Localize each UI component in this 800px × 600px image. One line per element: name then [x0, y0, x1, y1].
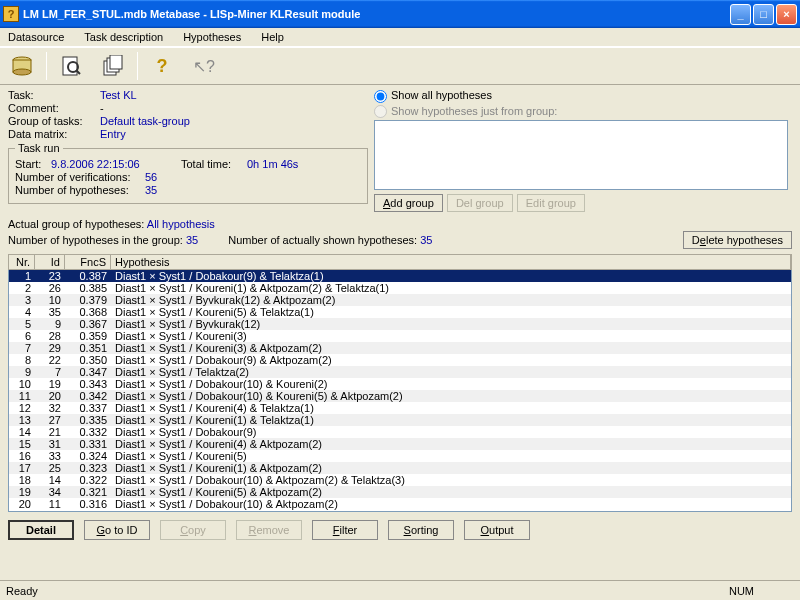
table-row[interactable]: 590.367Diast1 × Syst1 / Byvkurak(12)	[9, 318, 791, 330]
status-ready: Ready	[6, 585, 38, 597]
total-label: Total time:	[181, 158, 247, 170]
table-row[interactable]: 17250.323Diast1 × Syst1 / Koureni(1) & A…	[9, 462, 791, 474]
task-value[interactable]: Test KL	[100, 89, 137, 101]
matrix-label: Data matrix:	[8, 128, 100, 140]
comment-value: -	[100, 102, 104, 114]
start-value: 9.8.2006 22:15:06	[51, 158, 181, 170]
toolbar-help-button[interactable]: ?	[142, 50, 182, 82]
toolbar-search-button[interactable]	[51, 50, 91, 82]
toolbar: ? ↖?	[0, 47, 800, 85]
hyp-label: Number of hypotheses:	[15, 184, 145, 196]
delete-hypotheses-button[interactable]: Delete hypotheses	[683, 231, 792, 249]
table-row[interactable]: 3100.379Diast1 × Syst1 / Byvkurak(12) & …	[9, 294, 791, 306]
close-button[interactable]: ×	[776, 4, 797, 25]
radio-show-all[interactable]: Show all hypotheses	[374, 89, 792, 103]
status-bar: Ready NUM	[0, 580, 800, 600]
remove-button: Remove	[236, 520, 302, 540]
verif-label: Number of verifications:	[15, 171, 145, 183]
edit-group-button: Edit group	[517, 194, 585, 212]
actual-group-value: All hypothesis	[147, 218, 215, 230]
title-bar: ? LM LM_FER_STUL.mdb Metabase - LISp-Min…	[0, 0, 800, 28]
table-row[interactable]: 10190.343Diast1 × Syst1 / Dobakour(10) &…	[9, 378, 791, 390]
window-title: LM LM_FER_STUL.mdb Metabase - LISp-Miner…	[23, 8, 730, 20]
svg-point-2	[13, 69, 31, 75]
col-fncs[interactable]: FncS	[65, 255, 111, 269]
num-in-group-label: Number of hypotheses in the group:	[8, 234, 183, 246]
copy-button: Copy	[160, 520, 226, 540]
start-label: Start:	[15, 158, 51, 170]
sorting-button[interactable]: Sorting	[388, 520, 454, 540]
filter-button[interactable]: Filter	[312, 520, 378, 540]
radio-show-group: Show hypotheses just from group:	[374, 105, 792, 119]
table-row[interactable]: 19340.321Diast1 × Syst1 / Koureni(5) & A…	[9, 486, 791, 498]
table-row[interactable]: 2260.385Diast1 × Syst1 / Koureni(1) & Ak…	[9, 282, 791, 294]
stacked-pages-icon	[101, 55, 125, 77]
minimize-button[interactable]: _	[730, 4, 751, 25]
total-value: 0h 1m 46s	[247, 158, 298, 170]
table-row[interactable]: 8220.350Diast1 × Syst1 / Dobakour(9) & A…	[9, 354, 791, 366]
table-row[interactable]: 18140.322Diast1 × Syst1 / Dobakour(10) &…	[9, 474, 791, 486]
menu-datasource[interactable]: Datasource	[4, 30, 68, 44]
menu-bar: Datasource Task description Hypotheses H…	[0, 28, 800, 47]
table-row[interactable]: 13270.335Diast1 × Syst1 / Koureni(1) & T…	[9, 414, 791, 426]
group-listbox[interactable]	[374, 120, 788, 190]
table-row[interactable]: 14210.332Diast1 × Syst1 / Dobakour(9)	[9, 426, 791, 438]
radio-show-group-input	[374, 105, 387, 118]
table-row[interactable]: 6280.359Diast1 × Syst1 / Koureni(3)	[9, 330, 791, 342]
document-search-icon	[59, 55, 83, 77]
col-nr[interactable]: Nr.	[9, 255, 35, 269]
radio-show-all-input[interactable]	[374, 90, 387, 103]
list-header: Nr. Id FncS Hypothesis	[8, 254, 792, 270]
hyp-value: 35	[145, 184, 157, 196]
del-group-button: Del group	[447, 194, 513, 212]
task-run-fieldset: Task run Start: 9.8.2006 22:15:06 Total …	[8, 142, 368, 204]
verif-value: 56	[145, 171, 157, 183]
col-hypothesis[interactable]: Hypothesis	[111, 255, 791, 269]
table-row[interactable]: 16330.324Diast1 × Syst1 / Koureni(5)	[9, 450, 791, 462]
table-row[interactable]: 970.347Diast1 × Syst1 / Telaktza(2)	[9, 366, 791, 378]
table-row[interactable]: 15310.331Diast1 × Syst1 / Koureni(4) & A…	[9, 438, 791, 450]
menu-task-description[interactable]: Task description	[80, 30, 167, 44]
actual-group-label: Actual group of hypotheses:	[8, 218, 144, 230]
group-value[interactable]: Default task-group	[100, 115, 190, 127]
hypotheses-list: Nr. Id FncS Hypothesis 1230.387Diast1 × …	[8, 254, 792, 512]
num-shown-label: Number of actually shown hypotheses:	[228, 234, 417, 246]
toolbar-datasource-button[interactable]	[2, 50, 42, 82]
list-body[interactable]: 1230.387Diast1 × Syst1 / Dobakour(9) & T…	[8, 270, 792, 512]
num-shown-value: 35	[420, 234, 432, 246]
add-group-button[interactable]: Add group	[374, 194, 443, 212]
pointer-question-icon: ↖?	[193, 57, 215, 76]
question-icon: ?	[157, 56, 168, 77]
comment-label: Comment:	[8, 102, 100, 114]
table-row[interactable]: 7290.351Diast1 × Syst1 / Koureni(3) & Ak…	[9, 342, 791, 354]
menu-help[interactable]: Help	[257, 30, 288, 44]
svg-rect-8	[110, 55, 122, 69]
num-in-group-value: 35	[186, 234, 198, 246]
detail-button[interactable]: Detail	[8, 520, 74, 540]
table-row[interactable]: 1230.387Diast1 × Syst1 / Dobakour(9) & T…	[9, 270, 791, 282]
goto-id-button[interactable]: Go to ID	[84, 520, 150, 540]
task-label: Task:	[8, 89, 100, 101]
table-row[interactable]: 20110.316Diast1 × Syst1 / Dobakour(10) &…	[9, 498, 791, 510]
table-row[interactable]: 4350.368Diast1 × Syst1 / Koureni(5) & Te…	[9, 306, 791, 318]
status-num: NUM	[729, 585, 754, 597]
toolbar-pages-button[interactable]	[93, 50, 133, 82]
cylinder-icon	[10, 55, 34, 77]
output-button[interactable]: Output	[464, 520, 530, 540]
app-icon: ?	[3, 6, 19, 22]
task-run-legend: Task run	[15, 142, 63, 154]
table-row[interactable]: 11200.342Diast1 × Syst1 / Dobakour(10) &…	[9, 390, 791, 402]
menu-hypotheses[interactable]: Hypotheses	[179, 30, 245, 44]
toolbar-whatsthis-button[interactable]: ↖?	[184, 50, 224, 82]
col-id[interactable]: Id	[35, 255, 65, 269]
table-row[interactable]: 12320.337Diast1 × Syst1 / Koureni(4) & T…	[9, 402, 791, 414]
maximize-button[interactable]: □	[753, 4, 774, 25]
group-label: Group of tasks:	[8, 115, 100, 127]
matrix-value[interactable]: Entry	[100, 128, 126, 140]
